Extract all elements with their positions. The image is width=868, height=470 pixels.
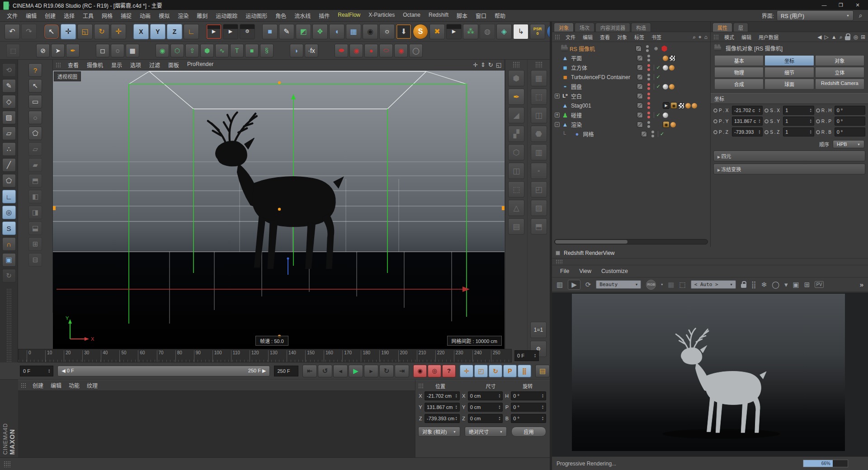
material-menu-item[interactable]: 编辑 [47, 381, 65, 390]
object-tag-icon[interactable] [678, 103, 684, 109]
current-frame-field[interactable]: 0 F [20, 366, 53, 376]
rotate-view-icon[interactable]: ↻ [488, 61, 493, 68]
panel-grip[interactable] [556, 259, 563, 264]
rotation-field[interactable]: 0 ° [835, 117, 865, 126]
layer-icon[interactable] [637, 122, 643, 127]
layer-icon[interactable] [637, 103, 643, 108]
mograph-icon[interactable]: ❖ [312, 24, 328, 39]
layer-icon[interactable] [636, 46, 642, 52]
rs-material-icon[interactable]: ⬬ [335, 44, 348, 57]
sweep-icon[interactable]: § [260, 44, 274, 57]
object-row[interactable]: + 空白 [555, 91, 710, 101]
attribute-tab-button[interactable]: 细节 [764, 67, 814, 78]
stepper-icon[interactable] [542, 394, 544, 398]
visibility-dots[interactable] [646, 64, 651, 71]
timeline-playhead[interactable] [3, 1, 9, 10]
visibility-dots[interactable] [646, 83, 651, 90]
autokey-icon[interactable]: ◎ [428, 365, 441, 377]
viewport-menu-item[interactable]: 面板 [164, 60, 183, 70]
object-menu-item[interactable]: 查看 [596, 33, 613, 41]
object-tag-icon[interactable] [670, 122, 676, 127]
object-tag-icon[interactable] [663, 102, 670, 109]
deformer-icon[interactable]: ◖ [329, 24, 344, 39]
rs-sphere-icon[interactable]: ● [364, 44, 378, 57]
restart-render-icon[interactable]: ⟳ [585, 281, 591, 289]
move-icon[interactable]: ✛ [61, 24, 76, 39]
panel-grip[interactable] [555, 34, 560, 40]
corner-icon[interactable]: ◰ [531, 181, 547, 197]
point-level-record-icon[interactable]: ⣿ [518, 365, 531, 377]
viewport-menu-item[interactable]: 选项 [126, 60, 145, 70]
stepper-icon[interactable] [810, 130, 812, 134]
save-image-icon[interactable]: ▣ [793, 281, 799, 289]
rs-dome-icon[interactable]: ◉ [394, 44, 408, 57]
object-tag-icon[interactable] [663, 84, 668, 89]
attribute-tab-button[interactable]: Redshift Camera [815, 79, 864, 89]
attribute-menu-item[interactable]: 模式 [721, 33, 738, 41]
character-icon[interactable]: ⁂ [463, 24, 478, 39]
menu-item[interactable]: 角色 [271, 10, 290, 21]
channel-dropdown-arrow-icon[interactable]: ▾ [661, 282, 663, 287]
spline-segment-icon[interactable]: ◻ [96, 44, 109, 57]
symmetry-icon[interactable]: ⬡ [170, 44, 184, 57]
grid-free-icon[interactable]: ⊟ [28, 253, 42, 267]
turbulencefd-icon[interactable]: ⬇ [396, 24, 411, 39]
object-menu-item[interactable]: 对象 [613, 33, 631, 41]
menu-item[interactable]: Redshift [425, 10, 453, 21]
layer-icon[interactable] [637, 84, 643, 89]
cube-stack-icon[interactable]: ⬚ [508, 181, 524, 197]
play-backwards-icon[interactable]: ↺ [318, 365, 332, 377]
object-tag-icon[interactable] [669, 55, 675, 61]
redo-icon[interactable]: ↷ [21, 24, 37, 39]
renderview-menu-item[interactable]: File [556, 267, 574, 276]
plane-zy-icon[interactable]: ◨ [28, 206, 42, 219]
key-dot-icon[interactable] [764, 119, 769, 123]
size-field[interactable]: 0 cm [468, 391, 503, 400]
scale-field[interactable]: 1 [783, 106, 814, 115]
maximize-button[interactable]: ❐ [834, 2, 848, 8]
rotation-field[interactable]: 0 ° [835, 106, 865, 115]
stepper-icon[interactable] [758, 108, 760, 113]
object-tag-icon[interactable] [661, 46, 667, 52]
spline-grid-icon[interactable]: ▦ [126, 44, 139, 57]
stepper-icon[interactable] [810, 119, 812, 123]
freeze-icon[interactable]: ❄ [761, 281, 767, 289]
menu-item[interactable]: 脚本 [453, 10, 472, 21]
keyframe-selection-icon[interactable]: ? [442, 365, 456, 377]
menu-item[interactable]: 文件 [3, 10, 22, 21]
key-dot-icon[interactable] [816, 119, 820, 123]
key-dot-icon[interactable] [713, 119, 717, 123]
region-arrow-icon[interactable]: ▾ [784, 281, 788, 289]
object-name[interactable]: 网格 [583, 130, 641, 138]
object-name[interactable]: RS 摄像机 [570, 45, 636, 52]
xp-diamond-icon[interactable]: ◈ [496, 24, 512, 39]
object-row[interactable]: 平面 [555, 53, 710, 63]
panel-grip[interactable] [4, 461, 11, 467]
horizontal-scrollbar[interactable] [554, 239, 708, 244]
object-name[interactable]: 碰撞 [571, 111, 637, 119]
apply-button[interactable]: 应用 [511, 427, 546, 437]
half-icon[interactable]: ⬒ [531, 218, 547, 235]
viewport-menu-item[interactable]: 摄像机 [83, 60, 107, 70]
live-selection-icon[interactable]: ↖ [28, 79, 42, 93]
manager-tab[interactable]: 内容浏览器 [595, 23, 630, 32]
frame-field[interactable]: 0 F [514, 350, 539, 361]
key-dot-icon[interactable] [764, 130, 769, 134]
menu-item[interactable]: 帮助 [491, 10, 509, 21]
pv-image-icon[interactable]: PV [815, 281, 823, 288]
goto-start-icon[interactable]: ⇤ [302, 365, 317, 377]
stepper-icon[interactable] [534, 353, 536, 358]
stepper-icon[interactable] [498, 416, 500, 421]
rotation-record-icon[interactable]: ↻ [489, 365, 502, 377]
panel-grip[interactable] [513, 61, 520, 68]
move-points-icon[interactable]: ➤ [51, 44, 65, 57]
object-tag-icon[interactable] [692, 103, 697, 108]
menu-item[interactable]: 运动跟踪 [212, 10, 241, 21]
menu-item[interactable]: 渲染 [174, 10, 193, 21]
enabled-check-icon[interactable]: ✓ [654, 74, 661, 80]
object-menu-item[interactable]: 书签 [648, 33, 665, 41]
render-toggle-icon[interactable]: ▶ [568, 280, 580, 290]
panel-grip[interactable] [21, 383, 26, 388]
menu-item[interactable]: 网格 [98, 10, 117, 21]
stepper-icon[interactable] [758, 119, 760, 123]
